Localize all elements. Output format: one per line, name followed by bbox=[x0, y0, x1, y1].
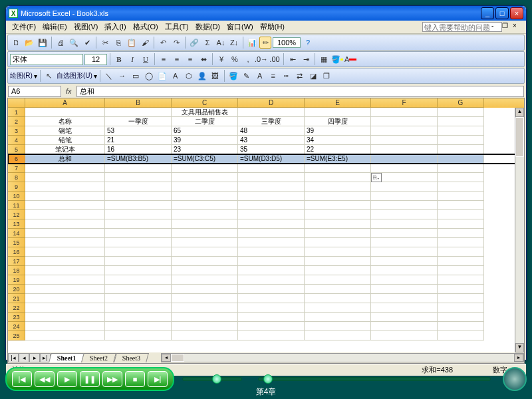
cell[interactable] bbox=[172, 247, 238, 257]
grid-row[interactable]: 22 bbox=[8, 303, 524, 313]
italic-button[interactable]: I bbox=[126, 53, 138, 65]
cell[interactable] bbox=[371, 192, 438, 201]
cell[interactable] bbox=[305, 229, 371, 238]
row-header[interactable]: 25 bbox=[8, 331, 25, 340]
align-right-icon[interactable]: ≡ bbox=[184, 53, 196, 65]
cell[interactable]: 一季度 bbox=[105, 117, 172, 126]
player-rewind-button[interactable]: ◀◀ bbox=[35, 371, 55, 387]
row-header[interactable]: 2 bbox=[8, 117, 25, 126]
cell[interactable] bbox=[305, 219, 371, 229]
row-header[interactable]: 22 bbox=[8, 303, 25, 313]
cell[interactable] bbox=[25, 173, 105, 182]
chart-wizard-icon[interactable]: 📊 bbox=[246, 37, 258, 49]
cell[interactable] bbox=[172, 313, 238, 322]
row-header[interactable]: 15 bbox=[8, 238, 25, 247]
cell[interactable]: 39 bbox=[172, 136, 238, 145]
menu-tools[interactable]: 工具(T) bbox=[162, 21, 192, 33]
maximize-button[interactable]: □ bbox=[495, 7, 509, 19]
cell[interactable] bbox=[371, 247, 438, 257]
align-left-icon[interactable]: ≡ bbox=[158, 53, 170, 65]
tab-next-icon[interactable]: ▸ bbox=[29, 353, 40, 362]
cell[interactable] bbox=[238, 285, 305, 294]
currency-icon[interactable]: ¥ bbox=[215, 53, 227, 65]
help-search[interactable] bbox=[422, 22, 502, 32]
cell[interactable] bbox=[438, 145, 484, 154]
cell[interactable] bbox=[238, 313, 305, 322]
cell[interactable] bbox=[25, 257, 105, 266]
cell[interactable] bbox=[438, 275, 484, 285]
grid-row[interactable]: 24 bbox=[8, 322, 524, 331]
cell[interactable] bbox=[371, 201, 438, 210]
scroll-left-icon[interactable]: ◂ bbox=[162, 354, 171, 362]
line-icon[interactable]: ＼ bbox=[103, 70, 115, 82]
name-box[interactable] bbox=[8, 86, 61, 97]
tab-prev-icon[interactable]: ◂ bbox=[19, 353, 29, 362]
cell[interactable] bbox=[438, 331, 484, 340]
cell[interactable] bbox=[105, 275, 172, 285]
cell[interactable] bbox=[172, 173, 238, 182]
cell[interactable] bbox=[371, 182, 438, 192]
col-header-B[interactable]: B bbox=[105, 98, 172, 108]
player-stop-button[interactable]: ■ bbox=[125, 371, 145, 387]
cell[interactable] bbox=[172, 219, 238, 229]
col-header-F[interactable]: F bbox=[371, 98, 438, 108]
grid-row[interactable]: 21 bbox=[8, 294, 524, 303]
cell[interactable] bbox=[105, 219, 172, 229]
cell[interactable] bbox=[371, 229, 438, 238]
cell[interactable]: 39 bbox=[305, 126, 371, 136]
col-header-G[interactable]: G bbox=[438, 98, 484, 108]
cell[interactable] bbox=[305, 182, 371, 192]
cell[interactable]: =SUM(D3:D5) bbox=[238, 154, 305, 164]
grid-row[interactable]: 13 bbox=[8, 219, 524, 229]
grid-row[interactable]: 11 bbox=[8, 201, 524, 210]
menu-view[interactable]: 视图(V) bbox=[70, 21, 102, 33]
cell[interactable] bbox=[105, 164, 172, 173]
scroll-down-icon[interactable]: ▼ bbox=[515, 343, 524, 352]
cell[interactable] bbox=[305, 247, 371, 257]
progress-knob[interactable] bbox=[263, 374, 273, 384]
cell[interactable] bbox=[238, 331, 305, 340]
dash-style-icon[interactable]: ┅ bbox=[281, 70, 293, 82]
titlebar[interactable]: X Microsoft Excel - Book3.xls _ □ × bbox=[6, 6, 526, 21]
cell[interactable] bbox=[238, 173, 305, 182]
oval-icon[interactable]: ◯ bbox=[143, 70, 155, 82]
cell[interactable] bbox=[305, 108, 371, 117]
cell[interactable] bbox=[238, 229, 305, 238]
grid-row[interactable]: 2名称一季度二季度三季度四季度 bbox=[8, 117, 524, 126]
line-color-icon[interactable]: ✎ bbox=[241, 70, 253, 82]
cell[interactable] bbox=[25, 182, 105, 192]
cell[interactable] bbox=[438, 303, 484, 313]
fx-icon[interactable]: fx bbox=[63, 87, 74, 95]
cell[interactable] bbox=[238, 247, 305, 257]
row-header[interactable]: 7 bbox=[8, 164, 25, 173]
cell[interactable]: 34 bbox=[305, 136, 371, 145]
cell[interactable] bbox=[438, 229, 484, 238]
cell[interactable] bbox=[105, 201, 172, 210]
cell[interactable] bbox=[25, 247, 105, 257]
cell[interactable] bbox=[438, 136, 484, 145]
cell[interactable] bbox=[25, 285, 105, 294]
grid-row[interactable]: 8 bbox=[8, 173, 524, 182]
zoom-box[interactable] bbox=[273, 37, 301, 48]
cell[interactable]: 43 bbox=[238, 136, 305, 145]
cell[interactable] bbox=[438, 247, 484, 257]
merge-center-icon[interactable]: ⬌ bbox=[198, 53, 209, 65]
cell[interactable] bbox=[25, 294, 105, 303]
grid-row[interactable]: 25 bbox=[8, 331, 524, 340]
cell[interactable] bbox=[305, 313, 371, 322]
row-header[interactable]: 5 bbox=[8, 145, 25, 154]
scroll-up-icon[interactable]: ▲ bbox=[515, 108, 524, 117]
cell[interactable] bbox=[371, 210, 438, 219]
cell[interactable] bbox=[438, 210, 484, 219]
scroll-right-icon[interactable]: ▸ bbox=[514, 354, 523, 362]
cell[interactable] bbox=[438, 294, 484, 303]
row-header[interactable]: 17 bbox=[8, 257, 25, 266]
menu-edit[interactable]: 编辑(E) bbox=[39, 21, 70, 33]
volume-knob[interactable] bbox=[212, 374, 221, 384]
cell[interactable] bbox=[105, 210, 172, 219]
grid-row[interactable]: 12 bbox=[8, 210, 524, 219]
cell[interactable] bbox=[172, 331, 238, 340]
grid-row[interactable]: 18 bbox=[8, 266, 524, 275]
cell[interactable] bbox=[371, 285, 438, 294]
grid-row[interactable]: 1文具用品销售表 bbox=[8, 108, 524, 117]
